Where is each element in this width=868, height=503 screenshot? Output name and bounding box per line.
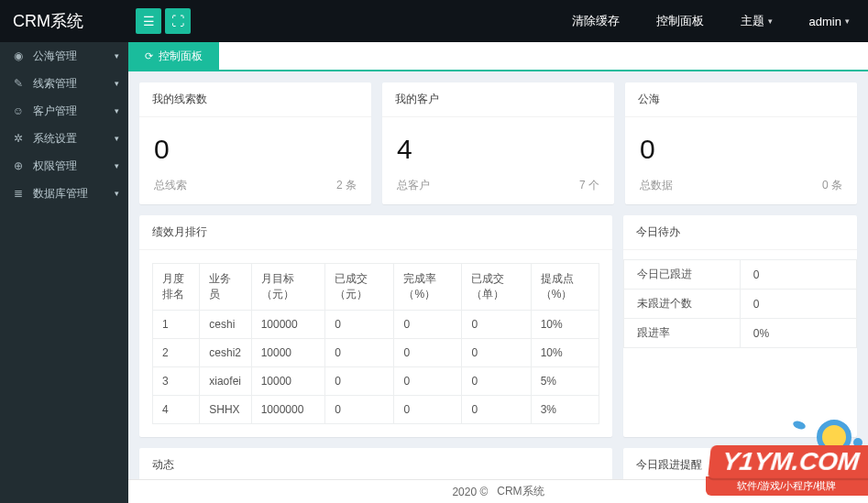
stat-foot-right: 0 条 — [822, 178, 842, 193]
table-cell: 0 — [325, 339, 394, 367]
table-header: 业务员 — [200, 264, 251, 311]
table-cell: 10% — [531, 339, 599, 367]
fullscreen-button[interactable]: ⛶ — [165, 8, 191, 34]
rank-table: 月度排名业务员月目标（元）已成交（元）完成率（%）已成交（单）提成点（%） 1c… — [152, 263, 599, 424]
table-cell: 2 — [153, 339, 200, 367]
todo-panel-title: 今日待办 — [623, 215, 857, 250]
table-cell: 0 — [740, 290, 856, 319]
remind-panel: 今日跟进提醒 — [623, 448, 857, 479]
header-buttons: ☰ ⛶ — [128, 8, 191, 34]
table-cell: 1000000 — [251, 396, 325, 424]
chevron-down-icon: ▾ — [768, 16, 773, 26]
table-cell: 0 — [394, 339, 462, 367]
table-row: 今日已跟进0 — [623, 260, 856, 290]
sidebar-item-label: 系统设置 — [33, 131, 77, 147]
chevron-down-icon: ▾ — [115, 161, 119, 170]
sidebar-item-5[interactable]: ≣数据库管理▾ — [0, 180, 128, 207]
rank-panel-title: 绩效月排行 — [139, 215, 612, 250]
dashboard-link[interactable]: 控制面板 — [638, 0, 722, 42]
refresh-icon: ⟳ — [145, 50, 153, 62]
chevron-down-icon: ▾ — [115, 51, 119, 60]
sidebar-item-0[interactable]: ◉公海管理▾ — [0, 42, 128, 70]
table-cell: ceshi — [200, 311, 251, 339]
table-header: 已成交（元） — [325, 264, 394, 311]
tabbar: ⟳ 控制面板 — [128, 42, 868, 71]
sidebar-item-3[interactable]: ✲系统设置▾ — [0, 125, 128, 152]
table-cell: 3 — [153, 367, 200, 396]
stat-card-2: 公海0总数据0 条 — [625, 82, 857, 204]
table-cell: 1 — [153, 311, 200, 339]
table-cell: 0% — [740, 319, 856, 348]
clear-cache-link[interactable]: 清除缓存 — [554, 0, 638, 42]
table-cell: 0 — [394, 396, 462, 424]
stat-value: 0 — [154, 126, 357, 174]
sidebar-item-icon: ✲ — [11, 132, 26, 145]
tab-dashboard[interactable]: ⟳ 控制面板 — [128, 42, 219, 70]
footer: 2020 © CRM系统 — [128, 479, 868, 503]
sidebar-item-4[interactable]: ⊕权限管理▾ — [0, 152, 128, 180]
stat-value: 4 — [397, 126, 599, 174]
stat-title: 我的客户 — [382, 82, 614, 117]
table-cell: 0 — [462, 311, 531, 339]
table-cell: ceshi2 — [200, 339, 251, 367]
sidebar: ◉公海管理▾✎线索管理▾☺客户管理▾✲系统设置▾⊕权限管理▾≣数据库管理▾ — [0, 42, 128, 503]
stat-title: 公海 — [625, 82, 857, 117]
stat-foot-left: 总数据 — [640, 178, 673, 193]
table-cell: 10% — [531, 311, 599, 339]
table-header: 提成点（%） — [531, 264, 599, 311]
theme-dropdown[interactable]: 主题▾ — [722, 0, 791, 42]
table-cell: 跟进率 — [623, 319, 740, 348]
activity-panel: 动态 admin 跟进 跟进记录： 跟进时间：2021-07-07 16:46:… — [139, 448, 612, 479]
table-cell: 今日已跟进 — [623, 260, 740, 290]
chevron-down-icon: ▾ — [115, 106, 119, 115]
stat-foot-left: 总线索 — [154, 178, 187, 193]
table-cell: 0 — [394, 367, 462, 396]
todo-panel: 今日待办 今日已跟进0未跟进个数0跟进率0% — [623, 215, 857, 437]
stat-foot-right: 7 个 — [579, 178, 599, 193]
table-header: 完成率（%） — [394, 264, 462, 311]
todo-table: 今日已跟进0未跟进个数0跟进率0% — [623, 259, 857, 348]
chevron-down-icon: ▾ — [115, 134, 119, 143]
stat-value: 0 — [640, 126, 842, 174]
table-cell: 未跟进个数 — [623, 290, 740, 319]
table-cell: 0 — [325, 311, 394, 339]
stat-title: 我的线索数 — [139, 82, 371, 117]
table-cell: 5% — [531, 367, 599, 396]
table-row: 2ceshi21000000010% — [153, 339, 599, 367]
table-header: 已成交（单） — [462, 264, 531, 311]
activity-panel-title: 动态 — [139, 448, 612, 479]
table-row: 未跟进个数0 — [623, 290, 856, 319]
user-dropdown[interactable]: admin▾ — [791, 0, 868, 42]
sidebar-item-2[interactable]: ☺客户管理▾ — [0, 97, 128, 125]
menu-toggle-button[interactable]: ☰ — [136, 8, 161, 34]
sidebar-item-icon: ☺ — [11, 104, 26, 117]
sidebar-item-icon: ⊕ — [11, 159, 26, 172]
sidebar-item-icon: ✎ — [11, 77, 26, 90]
chevron-down-icon: ▾ — [115, 79, 119, 88]
chevron-down-icon: ▾ — [115, 189, 119, 198]
table-cell: 10000 — [251, 339, 325, 367]
sidebar-item-label: 线索管理 — [33, 76, 77, 92]
sidebar-item-1[interactable]: ✎线索管理▾ — [0, 70, 128, 97]
sidebar-item-label: 数据库管理 — [33, 186, 88, 202]
table-header: 月度排名 — [153, 264, 200, 311]
table-cell: 0 — [394, 311, 462, 339]
top-right-menu: 清除缓存 控制面板 主题▾ admin▾ — [554, 0, 868, 42]
rank-panel: 绩效月排行 月度排名业务员月目标（元）已成交（元）完成率（%）已成交（单）提成点… — [139, 215, 612, 437]
table-cell: 0 — [462, 339, 531, 367]
table-cell: 0 — [462, 367, 531, 396]
brand-title: CRM系统 — [0, 10, 128, 32]
table-cell: 0 — [325, 367, 394, 396]
table-header: 月目标（元） — [251, 264, 325, 311]
table-cell: 3% — [531, 396, 599, 424]
table-cell: 10000 — [251, 367, 325, 396]
topbar: CRM系统 ☰ ⛶ 清除缓存 控制面板 主题▾ admin▾ — [0, 0, 868, 42]
table-cell: SHHX — [200, 396, 251, 424]
table-row: 1ceshi10000000010% — [153, 311, 599, 339]
sidebar-item-icon: ◉ — [11, 49, 26, 62]
tab-label: 控制面板 — [159, 49, 203, 64]
sidebar-item-label: 客户管理 — [33, 104, 77, 119]
stat-foot-left: 总客户 — [397, 178, 430, 193]
workspace: 我的线索数0总线索2 条我的客户4总客户7 个公海0总数据0 条 绩效月排行 月… — [128, 71, 868, 479]
table-row: 3xiaofei100000005% — [153, 367, 599, 396]
